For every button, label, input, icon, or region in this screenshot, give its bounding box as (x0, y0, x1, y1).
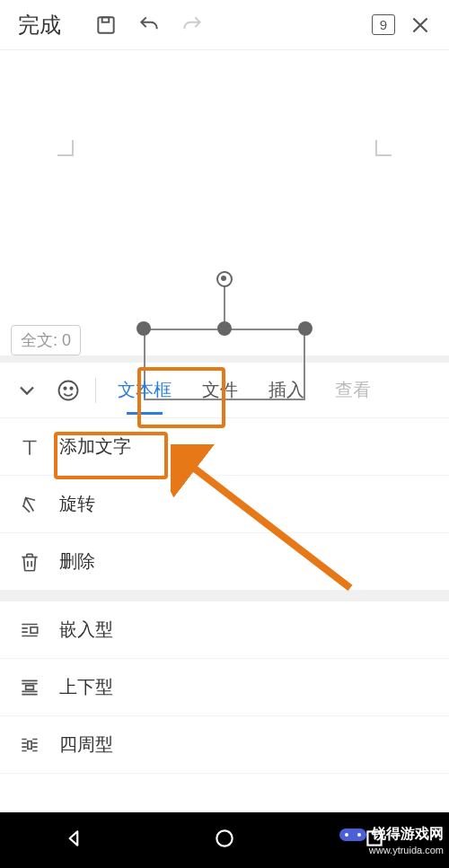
nav-back-icon[interactable] (63, 827, 86, 854)
menu-delete[interactable]: 删除 (0, 533, 449, 591)
nav-recent-icon[interactable] (363, 827, 386, 854)
svg-rect-6 (26, 685, 34, 688)
svg-rect-7 (28, 741, 31, 749)
svg-rect-5 (31, 627, 38, 633)
menu-label: 四周型 (59, 732, 113, 757)
menu-label: 上下型 (59, 675, 113, 699)
svg-rect-1 (102, 17, 110, 22)
menu-wrap-inline[interactable]: 嵌入型 (0, 601, 449, 659)
menu-label: 删除 (59, 549, 95, 574)
page-number-badge[interactable]: 9 (372, 14, 395, 35)
menu-rotate[interactable]: 旋转 (0, 476, 449, 533)
redo-icon (174, 7, 210, 43)
menu-label: 旋转 (59, 492, 95, 516)
menu-label: 嵌入型 (59, 618, 113, 642)
done-button[interactable]: 完成 (11, 7, 68, 43)
assistant-icon[interactable] (50, 378, 86, 403)
save-icon[interactable] (88, 7, 124, 43)
menu-wrap-topbottom[interactable]: 上下型 (0, 659, 449, 716)
undo-icon[interactable] (131, 7, 167, 43)
svg-point-4 (70, 387, 72, 389)
resize-handle[interactable] (217, 321, 232, 336)
svg-point-2 (59, 381, 78, 399)
collapse-panel-icon[interactable] (9, 378, 45, 403)
system-navbar (0, 812, 449, 868)
wrap-inline-icon (16, 617, 43, 644)
rotate-icon (16, 491, 43, 518)
close-icon[interactable] (402, 7, 438, 43)
page-corner-tr (375, 140, 392, 156)
wrap-square-icon (16, 732, 43, 758)
tab-insert[interactable]: 插入 (256, 373, 317, 408)
nav-home-icon[interactable] (213, 827, 236, 854)
menu-group-wrap: 嵌入型 上下型 四周型 (0, 601, 449, 774)
svg-point-9 (216, 830, 232, 846)
menu-group-textbox: 添加文字 旋转 删除 (0, 418, 449, 591)
document-canvas[interactable]: 全文: 0 (0, 50, 449, 355)
svg-rect-10 (367, 831, 381, 845)
textbox-selection[interactable] (144, 275, 305, 355)
text-icon (16, 434, 43, 460)
trash-icon (16, 548, 43, 575)
wrap-topbottom-icon (16, 674, 43, 701)
tab-file[interactable]: 文件 (189, 373, 251, 408)
menu-wrap-square[interactable]: 四周型 (0, 716, 449, 774)
svg-rect-0 (98, 17, 113, 32)
page-corner-tl (57, 140, 74, 156)
word-count-badge[interactable]: 全文: 0 (11, 325, 81, 355)
rotate-handle-icon[interactable] (216, 271, 233, 287)
tab-textbox[interactable]: 文本框 (105, 373, 184, 408)
menu-label: 添加文字 (59, 434, 131, 459)
tab-view[interactable]: 查看 (322, 373, 383, 408)
resize-handle[interactable] (136, 321, 151, 336)
resize-handle[interactable] (298, 321, 313, 336)
app-header: 完成 9 (0, 0, 449, 50)
menu-add-text[interactable]: 添加文字 (0, 418, 449, 476)
svg-point-3 (64, 387, 66, 389)
